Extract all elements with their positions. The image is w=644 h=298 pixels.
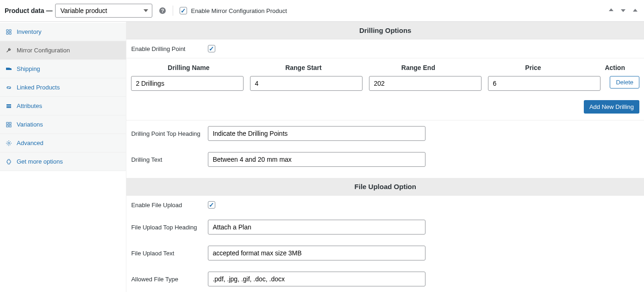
tab-label: Advanced	[17, 139, 44, 146]
tab-get-more-options[interactable]: Get more options	[0, 152, 126, 171]
drilling-top-heading-input[interactable]	[208, 126, 425, 141]
price-input[interactable]	[488, 76, 600, 91]
enable-mirror-label: Enable Mirror Configuration Product	[191, 7, 287, 14]
drilling-text-input[interactable]	[208, 152, 425, 167]
file-upload-text-label: File Uplaod Text	[131, 250, 200, 257]
svg-rect-5	[6, 107, 11, 108]
toggle-panel-icon[interactable]	[631, 6, 639, 16]
drilling-text-label: Drilling Text	[131, 156, 200, 163]
grid-icon	[6, 121, 13, 128]
range-start-input[interactable]	[250, 76, 363, 91]
divider	[173, 6, 173, 16]
svg-point-10	[8, 142, 10, 144]
drilling-name-input[interactable]	[131, 76, 244, 91]
enable-drilling-label: Enable Drilling Point	[131, 45, 200, 52]
tab-label: Inventory	[17, 28, 41, 35]
help-icon[interactable]: ?	[159, 7, 166, 14]
tab-inventory[interactable]: Inventory	[0, 23, 126, 41]
tab-attributes[interactable]: Attributes	[0, 97, 126, 115]
th-drilling-name: Drilling Name	[131, 64, 246, 71]
svg-rect-9	[9, 125, 11, 127]
svg-rect-4	[6, 106, 11, 107]
th-action: Action	[590, 64, 639, 71]
tab-label: Variations	[17, 121, 43, 128]
move-down-icon[interactable]	[619, 6, 627, 16]
tab-label: Mirror Configuration	[17, 47, 70, 54]
svg-rect-7	[9, 122, 11, 124]
svg-text:?: ?	[161, 8, 164, 13]
product-type-select[interactable]: Variable product	[55, 4, 152, 18]
list-icon	[6, 103, 13, 109]
file-upload-text-input[interactable]	[208, 246, 425, 260]
wrench-icon	[6, 47, 13, 54]
drilling-row: Delete	[131, 76, 639, 96]
tab-mirror-configuration[interactable]: Mirror Configuration	[0, 41, 126, 60]
svg-rect-6	[6, 122, 8, 124]
drilling-top-heading-label: Drilling Point Top Heading	[131, 130, 200, 137]
enable-file-upload-label: Enable File Upload	[131, 202, 200, 209]
tab-label: Shipping	[17, 65, 40, 72]
tab-advanced[interactable]: Advanced	[0, 134, 126, 152]
delete-button[interactable]: Delete	[610, 76, 639, 89]
tab-variations[interactable]: Variations	[0, 115, 126, 134]
th-price: Price	[475, 64, 590, 71]
product-data-tabs: Inventory Mirror Configuration Shipping …	[0, 22, 126, 292]
tab-label: Attributes	[17, 102, 42, 109]
gear-icon	[6, 140, 13, 146]
enable-drilling-checkbox[interactable]	[208, 45, 215, 52]
plugin-icon	[6, 159, 13, 165]
range-end-input[interactable]	[369, 76, 481, 91]
tab-label: Linked Products	[17, 84, 60, 91]
link-icon	[6, 84, 13, 91]
file-upload-header: File Upload Option	[126, 178, 644, 196]
inventory-icon	[6, 29, 13, 35]
tab-linked-products[interactable]: Linked Products	[0, 78, 126, 97]
allowed-file-type-label: Allowed File Type	[131, 276, 200, 283]
enable-mirror-checkbox[interactable]	[180, 7, 187, 14]
file-upload-top-heading-input[interactable]	[208, 220, 425, 235]
svg-rect-8	[6, 125, 8, 127]
svg-rect-3	[6, 104, 11, 105]
file-upload-top-heading-label: File Upload Top Heading	[131, 224, 200, 231]
truck-icon	[6, 66, 13, 72]
th-range-start: Range Start	[246, 64, 361, 71]
allowed-file-type-input[interactable]	[208, 272, 425, 286]
panel-title: Product data —	[5, 7, 52, 14]
enable-file-upload-checkbox[interactable]	[208, 201, 215, 209]
th-range-end: Range End	[361, 64, 475, 71]
tab-shipping[interactable]: Shipping	[0, 60, 126, 78]
add-new-drilling-button[interactable]: Add New Drilling	[584, 100, 639, 114]
move-up-icon[interactable]	[607, 6, 615, 16]
svg-rect-2	[6, 68, 10, 70]
drilling-options-header: Drilling Options	[126, 22, 644, 39]
tab-label: Get more options	[17, 158, 63, 165]
